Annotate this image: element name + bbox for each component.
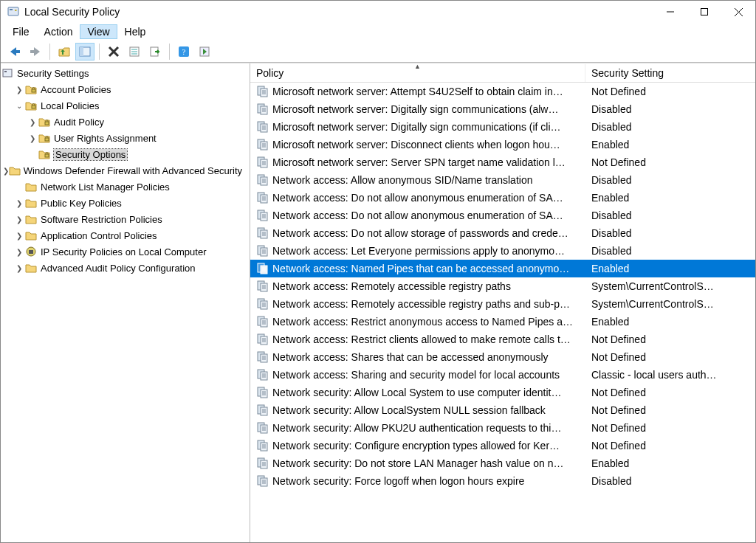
tree-item[interactable]: ❯Software Restriction Policies [1,211,250,227]
expander-icon[interactable]: ❯ [14,215,24,224]
folder-icon [24,196,38,210]
expander-icon[interactable]: ❯ [14,232,24,240]
list-row[interactable]: Microsoft network server: Digitally sign… [250,100,755,118]
tree-item[interactable]: ❯Public Key Policies [1,195,250,211]
expander-icon[interactable]: ❯ [3,167,9,175]
menu-action[interactable]: Action [37,24,80,39]
policy-label: Network security: Allow PKU2U authentica… [272,422,561,434]
column-header-setting[interactable]: Security Setting [585,64,755,82]
list-row[interactable]: Network access: Do not allow anonymous e… [250,207,755,224]
svg-rect-19 [4,71,7,72]
menu-file[interactable]: File [5,24,37,39]
cell-setting: Disabled [585,207,755,224]
svg-rect-3 [701,9,708,15]
expander-icon[interactable]: ❯ [27,118,38,126]
export-button[interactable] [145,43,165,60]
list-row[interactable]: Microsoft network server: Server SPN tar… [250,153,755,171]
back-button[interactable] [5,43,24,60]
cell-setting: Disabled [585,242,755,260]
security-settings-icon [1,66,14,80]
list-row[interactable]: Network access: Sharing and security mod… [250,366,755,384]
cell-setting: Enabled [585,189,755,207]
expander-icon[interactable]: ⌄ [14,102,24,110]
list-row[interactable]: Network access: Remotely accessible regi… [250,295,755,313]
expander-icon[interactable]: ❯ [14,264,24,272]
list-row[interactable]: Network security: Allow PKU2U authentica… [250,419,755,437]
list-row[interactable]: Microsoft network server: Digitally sign… [250,118,755,136]
column-header-policy[interactable]: Policy ▲ [250,64,585,82]
policy-label: Network access: Named Pipes that can be … [272,263,569,274]
list-row[interactable]: Network access: Shares that can be acces… [250,348,755,366]
list-row[interactable]: Microsoft network server: Attempt S4U2Se… [250,83,755,100]
close-button[interactable] [721,1,755,23]
minimize-button[interactable] [653,1,687,23]
policy-label: Network security: Allow LocalSystem NULL… [272,404,546,416]
expander-icon[interactable]: ❯ [14,86,24,94]
list-row[interactable]: Network security: Allow LocalSystem NULL… [250,401,755,419]
policy-label: Network access: Remotely accessible regi… [272,280,511,292]
cell-setting: Not Defined [585,331,755,348]
tree-item-label: Local Policies [41,100,100,111]
tree-item[interactable]: ❯User Rights Assignment [1,130,250,146]
cell-policy: Network security: Allow LocalSystem NULL… [250,401,585,420]
maximize-button[interactable] [687,1,721,23]
folder-icon [24,212,38,226]
list-row[interactable]: Network access: Restrict clients allowed… [250,331,755,348]
tree-item[interactable]: ❯Advanced Audit Policy Configuration [1,260,250,276]
help-button[interactable]: ? [174,43,193,60]
list-body[interactable]: Microsoft network server: Attempt S4U2Se… [250,83,755,542]
policy-label: Microsoft network server: Disconnect cli… [272,139,560,151]
tree-item-label: User Rights Assignment [54,133,157,144]
menu-help[interactable]: Help [117,24,154,39]
expander-icon[interactable]: ❯ [14,199,24,207]
policy-icon [256,262,269,275]
policy-label: Network access: Do not allow anonymous e… [272,192,563,204]
list-row[interactable]: Network access: Let Everyone permissions… [250,242,755,260]
tree-item[interactable]: Security Options [1,146,250,162]
tree-item[interactable]: ❯Audit Policy [1,114,250,130]
list-row[interactable]: Network security: Configure encryption t… [250,437,755,454]
tree-item[interactable]: Network List Manager Policies [1,179,250,195]
policy-icon [256,404,269,417]
policy-icon [256,85,269,98]
tree-item[interactable]: ❯Windows Defender Firewall with Advanced… [1,162,250,179]
list-row[interactable]: Microsoft network server: Disconnect cli… [250,136,755,153]
list-row[interactable]: Network access: Restrict anonymous acces… [250,313,755,331]
policy-icon [256,421,269,435]
cell-setting: Disabled [585,118,755,136]
up-button[interactable] [55,43,74,60]
list-row[interactable]: Network security: Do not store LAN Manag… [250,454,755,472]
properties-button[interactable] [125,43,144,60]
cell-policy: Network security: Do not store LAN Manag… [250,454,585,473]
policy-label: Network access: Do not allow storage of … [272,227,568,239]
policy-icon [256,457,269,470]
tree-item[interactable]: ⌄Local Policies [1,97,250,114]
cell-setting: Disabled [585,171,755,189]
list-row[interactable]: Network access: Do not allow anonymous e… [250,189,755,207]
policy-icon [256,315,269,328]
list-row[interactable]: Network access: Allow anonymous SID/Name… [250,171,755,189]
delete-button[interactable] [104,43,123,60]
expander-icon[interactable]: ❯ [27,134,38,142]
list-row[interactable]: Network security: Force logoff when logo… [250,472,755,490]
policy-icon [256,173,269,187]
action-pane-button[interactable] [195,43,214,60]
cell-policy: Microsoft network server: Digitally sign… [250,117,585,136]
menu-view[interactable]: View [80,24,117,39]
show-tree-button[interactable] [75,43,94,60]
list-row[interactable]: Network access: Named Pipes that can be … [250,260,755,277]
list-row[interactable]: Network security: Allow Local System to … [250,384,755,401]
tree-pane[interactable]: Security Settings ❯Account Policies⌄Loca… [1,63,250,542]
tree-item[interactable]: ❯Application Control Policies [1,227,250,243]
tree-item[interactable]: ❯Account Policies [1,81,250,97]
tree-root[interactable]: Security Settings [1,65,250,81]
list-row[interactable]: Network access: Remotely accessible regi… [250,277,755,295]
list-row[interactable]: Network access: Do not allow storage of … [250,224,755,242]
tree-item[interactable]: ❯IP Security Policies on Local Computer [1,243,250,260]
policy-icon [256,120,269,134]
svg-rect-18 [3,69,12,77]
svg-rect-7 [30,50,35,53]
window-controls [653,1,755,23]
expander-icon[interactable]: ❯ [14,248,24,256]
forward-button[interactable] [26,43,45,60]
